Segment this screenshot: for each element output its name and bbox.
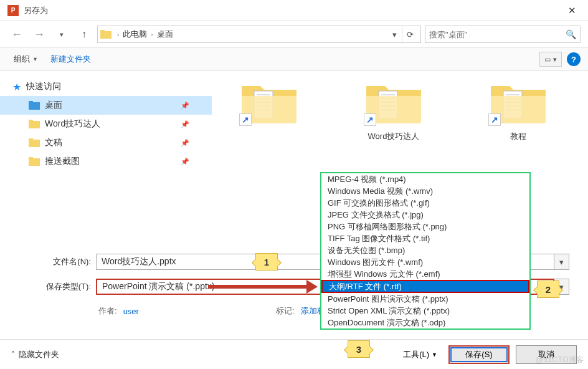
close-button[interactable]: ✕: [558, 1, 586, 20]
svg-rect-2: [29, 102, 40, 110]
svg-rect-3: [29, 101, 33, 103]
folder-item[interactable]: ↗ 教程: [481, 79, 556, 142]
toolbar: 组织▼ 新建文件夹 ▭ ▾ ?: [0, 47, 588, 71]
svg-rect-8: [29, 158, 40, 166]
folder-item[interactable]: ↗ Word技巧达人: [356, 79, 431, 142]
filename-dropdown[interactable]: ▾: [554, 254, 569, 270]
pin-icon: 📌: [181, 102, 189, 110]
path-bar[interactable]: › 此电脑 › 桌面 ▾ ⟳: [97, 26, 421, 43]
hide-folders-toggle[interactable]: ˄ 隐藏文件夹: [11, 349, 59, 360]
folder-name: Word技巧达人: [368, 131, 420, 142]
dropdown-option[interactable]: 设备无关位图 (*.bmp): [321, 244, 529, 256]
pin-icon: 📌: [181, 120, 189, 128]
svg-rect-1: [100, 30, 105, 32]
shortcut-overlay-icon: ↗: [488, 113, 501, 126]
path-segment[interactable]: 桌面: [155, 29, 175, 40]
watermark: @51CTO博客: [535, 355, 584, 365]
dropdown-option[interactable]: Strict Open XML 演示文稿 (*.pptx): [321, 305, 529, 317]
filetype-label: 保存类型(T):: [30, 281, 96, 292]
dropdown-option-selected[interactable]: 大纲/RTF 文件 (*.rtf): [321, 280, 529, 293]
help-button[interactable]: ?: [567, 52, 581, 66]
titlebar: P 另存为 ✕: [0, 0, 588, 21]
shortcut-overlay-icon: ↗: [364, 113, 376, 126]
search-input[interactable]: [429, 30, 566, 39]
path-segment[interactable]: 此电脑: [121, 29, 149, 40]
folder-icon: [29, 138, 40, 148]
dropdown-option[interactable]: Windows 图元文件 (*.wmf): [321, 256, 529, 268]
dropdown-option[interactable]: TIFF Tag 图像文件格式 (*.tif): [321, 232, 529, 244]
new-folder-button[interactable]: 新建文件夹: [44, 51, 97, 67]
dropdown-option[interactable]: PNG 可移植网络图形格式 (*.png): [321, 221, 529, 232]
search-icon[interactable]: 🔍: [566, 29, 576, 39]
dropdown-option[interactable]: GIF 可交换的图形格式 (*.gif): [321, 197, 529, 209]
dropdown-option[interactable]: OpenDocument 演示文稿 (*.odp): [321, 317, 529, 328]
filename-label: 文件名(N):: [30, 256, 96, 267]
sidebar-quick-access[interactable]: ★ 快速访问: [0, 77, 212, 96]
folder-name: 教程: [510, 131, 526, 142]
author-label: 作者:: [98, 305, 117, 317]
sidebar-item-desktop[interactable]: 桌面 📌: [0, 96, 212, 115]
annotation-arrow: [208, 282, 318, 292]
pin-icon: 📌: [181, 158, 189, 166]
annotation-callout-2: 2: [537, 280, 559, 298]
svg-rect-4: [29, 121, 40, 128]
folder-icon: [29, 119, 40, 129]
svg-rect-5: [29, 120, 33, 122]
sidebar-item[interactable]: 文稿 📌: [0, 133, 212, 152]
sidebar-item-label: Word技巧达人: [45, 118, 100, 130]
tag-label: 标记:: [276, 305, 295, 317]
folder-icon: [29, 156, 40, 166]
hide-folders-label: 隐藏文件夹: [19, 349, 59, 360]
folder-icon: [29, 100, 40, 110]
folder-icon: [100, 29, 111, 39]
path-dropdown-icon[interactable]: ▾: [387, 30, 402, 39]
svg-rect-9: [29, 157, 33, 159]
dropdown-option[interactable]: 增强型 Windows 元文件 (*.emf): [321, 268, 529, 280]
dropdown-option[interactable]: JPEG 文件交换格式 (*.jpg): [321, 209, 529, 221]
chevron-right-icon: ›: [115, 31, 121, 38]
window-title: 另存为: [24, 5, 558, 16]
chevron-up-icon: ˄: [11, 350, 15, 359]
save-button[interactable]: 保存(S): [448, 345, 510, 364]
annotation-callout-3: 3: [348, 340, 370, 358]
dropdown-option[interactable]: MPEG-4 视频 (*.mp4): [321, 173, 529, 185]
sidebar-label: 快速访问: [26, 81, 61, 92]
organize-menu[interactable]: 组织▼: [7, 51, 44, 67]
sidebar-item-label: 桌面: [45, 100, 62, 111]
sidebar-item[interactable]: 推送截图 📌: [0, 152, 212, 171]
annotation-callout-1: 1: [255, 253, 278, 271]
nav-recent-dropdown[interactable]: ▾: [52, 25, 71, 44]
filetype-dropdown[interactable]: MPEG-4 视频 (*.mp4) Windows Media 视频 (*.wm…: [320, 172, 531, 330]
shortcut-overlay-icon: ↗: [239, 113, 252, 126]
svg-rect-6: [29, 140, 40, 147]
dropdown-option[interactable]: Windows Media 视频 (*.wmv): [321, 185, 529, 197]
refresh-icon[interactable]: ⟳: [402, 26, 418, 42]
search-box[interactable]: 🔍: [425, 26, 581, 43]
sidebar-item-label: 推送截图: [45, 156, 80, 167]
pin-icon: 📌: [181, 139, 189, 147]
svg-rect-0: [100, 31, 111, 39]
footer: ˄ 隐藏文件夹 工具(L)▼ 保存(S) 取消: [0, 339, 588, 369]
dropdown-option[interactable]: PowerPoint 图片演示文稿 (*.pptx): [321, 293, 529, 305]
svg-rect-7: [29, 138, 33, 140]
nav-forward[interactable]: →: [30, 25, 49, 44]
sidebar-item-label: 文稿: [45, 137, 62, 148]
nav-up[interactable]: ↑: [75, 25, 93, 44]
view-mode-button[interactable]: ▭ ▾: [539, 52, 562, 67]
chevron-right-icon: ›: [149, 31, 154, 38]
powerpoint-icon: P: [7, 5, 19, 16]
navbar: ← → ▾ ↑ › 此电脑 › 桌面 ▾ ⟳ 🔍: [0, 21, 588, 47]
folder-item[interactable]: ↗: [232, 79, 306, 142]
sidebar-item[interactable]: Word技巧达人 📌: [0, 115, 212, 133]
nav-back[interactable]: ←: [7, 25, 26, 44]
author-value[interactable]: user: [123, 307, 139, 316]
tools-menu[interactable]: 工具(L)▼: [398, 347, 442, 363]
star-icon: ★: [12, 81, 21, 93]
